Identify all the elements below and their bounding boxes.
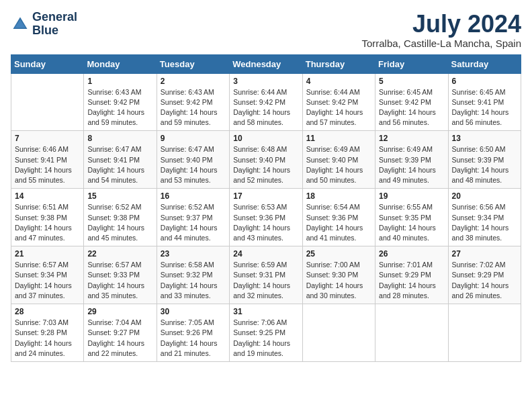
day-info: Sunrise: 6:47 AMSunset: 9:40 PMDaylight:…	[161, 144, 226, 185]
day-number: 15	[87, 191, 152, 201]
calendar-cell: 1Sunrise: 6:43 AMSunset: 9:42 PMDaylight…	[84, 73, 157, 131]
calendar-cell: 27Sunrise: 7:02 AMSunset: 9:29 PMDayligh…	[448, 246, 521, 304]
calendar-cell: 24Sunrise: 6:59 AMSunset: 9:31 PMDayligh…	[230, 246, 302, 304]
calendar-cell: 8Sunrise: 6:47 AMSunset: 9:41 PMDaylight…	[84, 131, 157, 189]
day-number: 7	[15, 134, 80, 143]
calendar-cell: 15Sunrise: 6:52 AMSunset: 9:38 PMDayligh…	[84, 189, 157, 246]
calendar-week-row: 1Sunrise: 6:43 AMSunset: 9:42 PMDaylight…	[11, 73, 521, 131]
day-number: 20	[452, 191, 517, 201]
calendar-table: SundayMondayTuesdayWednesdayThursdayFrid…	[11, 54, 521, 362]
day-info: Sunrise: 7:02 AMSunset: 9:29 PMDaylight:…	[452, 260, 517, 301]
day-info: Sunrise: 6:50 AMSunset: 9:39 PMDaylight:…	[452, 144, 517, 185]
day-info: Sunrise: 6:59 AMSunset: 9:31 PMDaylight:…	[233, 260, 298, 301]
calendar-cell: 17Sunrise: 6:53 AMSunset: 9:36 PMDayligh…	[230, 189, 302, 246]
calendar-cell: 3Sunrise: 6:44 AMSunset: 9:42 PMDaylight…	[230, 73, 302, 131]
day-info: Sunrise: 6:45 AMSunset: 9:41 PMDaylight:…	[452, 87, 517, 128]
day-info: Sunrise: 6:55 AMSunset: 9:35 PMDaylight:…	[379, 202, 444, 243]
day-info: Sunrise: 6:57 AMSunset: 9:34 PMDaylight:…	[15, 260, 80, 301]
day-number: 9	[161, 134, 226, 143]
header-day: Monday	[84, 54, 157, 73]
day-number: 23	[161, 249, 226, 259]
day-number: 19	[379, 191, 444, 201]
day-info: Sunrise: 7:04 AMSunset: 9:27 PMDaylight:…	[87, 318, 152, 359]
day-info: Sunrise: 6:47 AMSunset: 9:41 PMDaylight:…	[87, 144, 152, 185]
calendar-cell: 6Sunrise: 6:45 AMSunset: 9:41 PMDaylight…	[448, 73, 521, 131]
day-info: Sunrise: 6:44 AMSunset: 9:42 PMDaylight:…	[233, 87, 298, 128]
calendar-cell: 13Sunrise: 6:50 AMSunset: 9:39 PMDayligh…	[448, 131, 521, 189]
day-info: Sunrise: 6:48 AMSunset: 9:40 PMDaylight:…	[233, 144, 298, 185]
day-info: Sunrise: 7:03 AMSunset: 9:28 PMDaylight:…	[15, 318, 80, 359]
day-number: 18	[306, 191, 371, 201]
calendar-cell: 9Sunrise: 6:47 AMSunset: 9:40 PMDaylight…	[157, 131, 229, 189]
day-info: Sunrise: 6:56 AMSunset: 9:34 PMDaylight:…	[452, 202, 517, 243]
day-number: 3	[233, 77, 298, 86]
header-day: Saturday	[448, 54, 521, 73]
day-info: Sunrise: 6:43 AMSunset: 9:42 PMDaylight:…	[87, 87, 152, 128]
logo-icon	[11, 15, 30, 34]
header-row: SundayMondayTuesdayWednesdayThursdayFrid…	[11, 54, 521, 73]
calendar-week-row: 14Sunrise: 6:51 AMSunset: 9:38 PMDayligh…	[11, 189, 521, 246]
calendar-cell: 25Sunrise: 7:00 AMSunset: 9:30 PMDayligh…	[302, 246, 375, 304]
calendar-cell	[448, 304, 521, 362]
calendar-cell: 28Sunrise: 7:03 AMSunset: 9:28 PMDayligh…	[11, 304, 84, 362]
day-number: 11	[306, 134, 371, 143]
calendar-cell: 10Sunrise: 6:48 AMSunset: 9:40 PMDayligh…	[230, 131, 302, 189]
calendar-week-row: 7Sunrise: 6:46 AMSunset: 9:41 PMDaylight…	[11, 131, 521, 189]
day-number: 22	[87, 249, 152, 259]
day-number: 28	[15, 307, 80, 316]
calendar-cell	[375, 304, 448, 362]
header-day: Tuesday	[157, 54, 229, 73]
day-info: Sunrise: 6:52 AMSunset: 9:37 PMDaylight:…	[161, 202, 226, 243]
day-info: Sunrise: 6:54 AMSunset: 9:36 PMDaylight:…	[306, 202, 371, 243]
day-info: Sunrise: 6:51 AMSunset: 9:38 PMDaylight:…	[15, 202, 80, 243]
calendar-cell: 22Sunrise: 6:57 AMSunset: 9:33 PMDayligh…	[84, 246, 157, 304]
day-number: 12	[379, 134, 444, 143]
header-day: Friday	[375, 54, 448, 73]
calendar-cell: 7Sunrise: 6:46 AMSunset: 9:41 PMDaylight…	[11, 131, 84, 189]
calendar-cell: 20Sunrise: 6:56 AMSunset: 9:34 PMDayligh…	[448, 189, 521, 246]
day-number: 13	[452, 134, 517, 143]
day-info: Sunrise: 6:49 AMSunset: 9:39 PMDaylight:…	[379, 144, 444, 185]
calendar-cell: 14Sunrise: 6:51 AMSunset: 9:38 PMDayligh…	[11, 189, 84, 246]
calendar-cell: 26Sunrise: 7:01 AMSunset: 9:29 PMDayligh…	[375, 246, 448, 304]
day-info: Sunrise: 7:00 AMSunset: 9:30 PMDaylight:…	[306, 260, 371, 301]
calendar-cell: 30Sunrise: 7:05 AMSunset: 9:26 PMDayligh…	[157, 304, 229, 362]
day-number: 2	[161, 77, 226, 86]
header-day: Sunday	[11, 54, 84, 73]
calendar-cell: 11Sunrise: 6:49 AMSunset: 9:40 PMDayligh…	[302, 131, 375, 189]
day-number: 1	[87, 77, 152, 86]
day-number: 27	[452, 249, 517, 259]
calendar-cell	[302, 304, 375, 362]
day-info: Sunrise: 7:01 AMSunset: 9:29 PMDaylight:…	[379, 260, 444, 301]
day-info: Sunrise: 6:52 AMSunset: 9:38 PMDaylight:…	[87, 202, 152, 243]
calendar-week-row: 28Sunrise: 7:03 AMSunset: 9:28 PMDayligh…	[11, 304, 521, 362]
calendar-cell: 18Sunrise: 6:54 AMSunset: 9:36 PMDayligh…	[302, 189, 375, 246]
calendar-cell: 19Sunrise: 6:55 AMSunset: 9:35 PMDayligh…	[375, 189, 448, 246]
day-number: 25	[306, 249, 371, 259]
header-day: Thursday	[302, 54, 375, 73]
header-day: Wednesday	[230, 54, 302, 73]
day-info: Sunrise: 6:44 AMSunset: 9:42 PMDaylight:…	[306, 87, 371, 128]
day-number: 5	[379, 77, 444, 86]
page-header: General Blue July 2024 Torralba, Castill…	[11, 11, 521, 49]
day-info: Sunrise: 6:46 AMSunset: 9:41 PMDaylight:…	[15, 144, 80, 185]
day-info: Sunrise: 6:58 AMSunset: 9:32 PMDaylight:…	[161, 260, 226, 301]
title-block: July 2024 Torralba, Castille-La Mancha, …	[361, 11, 521, 49]
location-title: Torralba, Castille-La Mancha, Spain	[361, 38, 521, 49]
calendar-cell: 23Sunrise: 6:58 AMSunset: 9:32 PMDayligh…	[157, 246, 229, 304]
day-info: Sunrise: 6:45 AMSunset: 9:42 PMDaylight:…	[379, 87, 444, 128]
day-number: 10	[233, 134, 298, 143]
day-number: 6	[452, 77, 517, 86]
day-info: Sunrise: 6:53 AMSunset: 9:36 PMDaylight:…	[233, 202, 298, 243]
logo: General Blue	[11, 11, 77, 38]
calendar-week-row: 21Sunrise: 6:57 AMSunset: 9:34 PMDayligh…	[11, 246, 521, 304]
calendar-cell: 2Sunrise: 6:43 AMSunset: 9:42 PMDaylight…	[157, 73, 229, 131]
calendar-cell: 5Sunrise: 6:45 AMSunset: 9:42 PMDaylight…	[375, 73, 448, 131]
day-number: 24	[233, 249, 298, 259]
day-info: Sunrise: 7:06 AMSunset: 9:25 PMDaylight:…	[233, 318, 298, 359]
day-info: Sunrise: 6:57 AMSunset: 9:33 PMDaylight:…	[87, 260, 152, 301]
day-number: 17	[233, 191, 298, 201]
calendar-cell: 21Sunrise: 6:57 AMSunset: 9:34 PMDayligh…	[11, 246, 84, 304]
day-number: 29	[87, 307, 152, 316]
calendar-cell: 29Sunrise: 7:04 AMSunset: 9:27 PMDayligh…	[84, 304, 157, 362]
